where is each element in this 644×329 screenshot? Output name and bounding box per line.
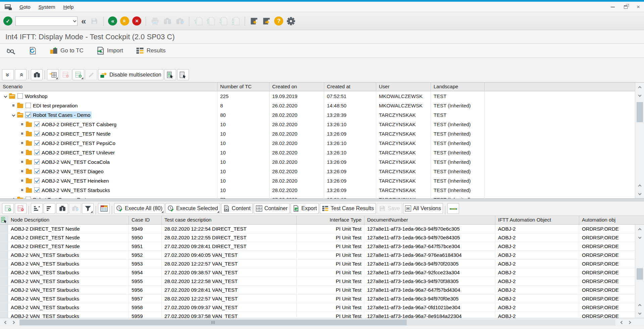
scroll-thumb[interactable] bbox=[637, 268, 643, 280]
tree-row[interactable]: Robot Test Cases - Demo 80 28.02.2020 13… bbox=[0, 110, 644, 120]
disable-multiselection-button[interactable]: Disable multiselection bbox=[98, 69, 163, 80]
row-selector-cell[interactable] bbox=[0, 268, 8, 277]
tree-col-scenario[interactable]: Scenario bbox=[0, 83, 217, 91]
sort-ascending-button[interactable] bbox=[31, 203, 43, 214]
find-button[interactable] bbox=[163, 16, 172, 26]
grid-add-row-button[interactable] bbox=[2, 203, 14, 214]
tree-node-label[interactable]: Robot Test Cases - Party bbox=[33, 197, 89, 199]
tree-row[interactable]: Robot Test Cases - Party 79 27.02.2020 1… bbox=[0, 195, 644, 199]
enter-button[interactable]: ✓ bbox=[3, 16, 12, 26]
scroll-track[interactable] bbox=[635, 242, 644, 300]
first-page-button[interactable] bbox=[194, 16, 203, 26]
back-button[interactable]: « bbox=[108, 16, 117, 26]
grid-col-node-description[interactable]: Node Description bbox=[8, 216, 129, 224]
tree-expander-icon[interactable] bbox=[3, 95, 8, 97]
tree-node-checkbox[interactable] bbox=[34, 159, 40, 164]
row-selector-cell[interactable] bbox=[0, 251, 8, 259]
tree-expander-icon[interactable] bbox=[11, 104, 16, 106]
row-selector-cell[interactable] bbox=[0, 242, 8, 250]
execute-selected-button[interactable]: Execute Selected bbox=[165, 203, 220, 214]
tree-node-label[interactable]: AOBJ-2 VAN_TEST CocaCola bbox=[42, 159, 110, 165]
row-selector-cell[interactable] bbox=[0, 260, 8, 268]
scroll-thumb[interactable] bbox=[637, 102, 643, 122]
table-row[interactable]: AOBJ-2 VAN_TEST Starbucks 5958 27.02.202… bbox=[0, 303, 644, 312]
tree-expander-icon[interactable] bbox=[19, 133, 25, 135]
tree-col-created-at[interactable]: Created at bbox=[324, 83, 376, 91]
deselect-all-button[interactable] bbox=[177, 69, 189, 80]
tree-node-checkbox[interactable] bbox=[34, 131, 40, 136]
forward-button[interactable]: → bbox=[447, 203, 459, 214]
tree-col-user[interactable]: User bbox=[376, 83, 431, 91]
close-button[interactable]: × bbox=[635, 3, 642, 11]
scroll-up-button[interactable] bbox=[635, 181, 644, 190]
scroll-down-button[interactable] bbox=[635, 233, 644, 242]
panel-splitter[interactable] bbox=[0, 198, 644, 201]
menu-goto[interactable]: Goto bbox=[15, 3, 35, 11]
expand-all-button[interactable]: » bbox=[2, 69, 14, 80]
cancel-button[interactable]: × bbox=[132, 16, 141, 26]
tree-row[interactable]: Workshop 225 19.09.2019 07:52:51 MKOWALC… bbox=[0, 91, 644, 101]
tree-node-label[interactable]: AOBJ-2 DIRECT_TEST Unilever bbox=[42, 150, 115, 155]
tree-node-label[interactable]: AOBJ-2 DIRECT_TEST Nestle bbox=[42, 131, 111, 137]
tree-col-landscape[interactable]: Landscape bbox=[431, 83, 485, 91]
new-session-button[interactable] bbox=[249, 16, 259, 26]
scroll-up-button[interactable] bbox=[635, 83, 644, 91]
row-selector-cell[interactable] bbox=[0, 233, 8, 242]
table-row[interactable]: AOBJ-2 DIRECT_TEST Nestle 5949 28.02.202… bbox=[0, 225, 644, 233]
grid-col-documentnumber[interactable]: DocumentNumber bbox=[364, 216, 495, 224]
row-selector-cell[interactable] bbox=[0, 294, 8, 303]
column-scroll-right-button[interactable] bbox=[626, 319, 634, 326]
tree-expander-icon[interactable] bbox=[19, 189, 25, 191]
tree-vertical-scrollbar[interactable] bbox=[635, 83, 644, 198]
tree-expander-icon[interactable] bbox=[19, 161, 25, 163]
select-all-button[interactable] bbox=[164, 69, 176, 80]
row-selector-cell[interactable] bbox=[0, 225, 8, 233]
tree-node-label[interactable]: AOBJ-2 VAN_TEST Starbucks bbox=[42, 187, 110, 193]
tree-find-button[interactable] bbox=[31, 69, 43, 80]
scroll-up-button[interactable] bbox=[635, 300, 644, 309]
tree-add-row-button[interactable] bbox=[72, 69, 84, 80]
previous-page-button[interactable] bbox=[206, 16, 215, 26]
print-button[interactable] bbox=[150, 16, 160, 26]
tree-node-label[interactable]: AOBJ-2 VAN_TEST Heineken bbox=[42, 178, 109, 184]
row-selector-cell[interactable] bbox=[0, 277, 8, 285]
grid-col-automation-obj[interactable]: Automation obj bbox=[579, 216, 644, 224]
find-next-button[interactable] bbox=[175, 16, 185, 26]
table-row[interactable]: AOBJ-2 VAN_TEST Starbucks 5952 27.02.202… bbox=[0, 251, 644, 260]
table-row[interactable]: AOBJ-2 DIRECT_TEST Nestle 5951 27.02.202… bbox=[0, 242, 644, 251]
grid-col-interface-type[interactable]: Interface Type bbox=[297, 216, 364, 224]
export-button[interactable]: Export bbox=[291, 203, 319, 214]
tree-expander-icon[interactable] bbox=[11, 114, 16, 116]
create-shortcut-button[interactable] bbox=[262, 16, 271, 26]
help-button[interactable]: ? bbox=[274, 16, 283, 26]
tree-expander-icon[interactable] bbox=[19, 151, 25, 153]
tree-node-label[interactable]: AOBJ-2 VAN_TEST Diageo bbox=[42, 169, 104, 174]
tree-row[interactable]: AOBJ-2 DIRECT_TEST Nestle 10 28.02.2020 … bbox=[0, 129, 644, 138]
tree-row[interactable]: EDI test preparation 8 26.02.2020 14:48:… bbox=[0, 101, 644, 110]
customize-layout-button[interactable] bbox=[286, 16, 296, 26]
row-selector-cell[interactable] bbox=[0, 286, 8, 294]
test-case-results-button[interactable]: Test Case Results bbox=[320, 203, 376, 214]
hscroll-left-button[interactable] bbox=[1, 319, 9, 326]
scroll-down-button[interactable] bbox=[635, 91, 644, 100]
tree-node-checkbox[interactable] bbox=[34, 122, 40, 127]
tree-node-label[interactable]: Workshop bbox=[25, 93, 47, 99]
container-button[interactable]: Container bbox=[254, 203, 290, 214]
system-menu-icon[interactable] bbox=[5, 4, 11, 9]
tree-node-label[interactable]: AOBJ-2 DIRECT_TEST Calsberg bbox=[42, 122, 116, 127]
tree-row[interactable]: AOBJ-2 VAN_TEST Heineken 10 28.02.2020 1… bbox=[0, 176, 644, 185]
tree-row[interactable]: AOBJ-2 VAN_TEST CocaCola 10 28.02.2020 1… bbox=[0, 157, 644, 167]
table-row[interactable]: AOBJ-2 VAN_TEST Starbucks 5954 27.02.202… bbox=[0, 268, 644, 277]
tree-row[interactable]: AOBJ-2 VAN_TEST Diageo 10 28.02.2020 13:… bbox=[0, 167, 644, 176]
results-button[interactable]: Results bbox=[134, 46, 168, 55]
tree-row[interactable]: AOBJ-2 DIRECT_TEST PepsiCo 10 28.02.2020… bbox=[0, 138, 644, 148]
display-change-button[interactable] bbox=[5, 46, 17, 55]
collapse-all-button[interactable]: » bbox=[15, 69, 27, 80]
scroll-down-button[interactable] bbox=[635, 309, 644, 318]
grid-find-button[interactable] bbox=[56, 203, 68, 214]
tree-node-checkbox[interactable] bbox=[26, 103, 31, 108]
goto-tc-button[interactable]: Go to TC bbox=[48, 46, 86, 55]
grid-col-test-case-description[interactable]: Test case description bbox=[162, 216, 297, 224]
all-versions-button[interactable]: H All Versions bbox=[403, 203, 443, 214]
refresh-button[interactable] bbox=[26, 46, 39, 55]
